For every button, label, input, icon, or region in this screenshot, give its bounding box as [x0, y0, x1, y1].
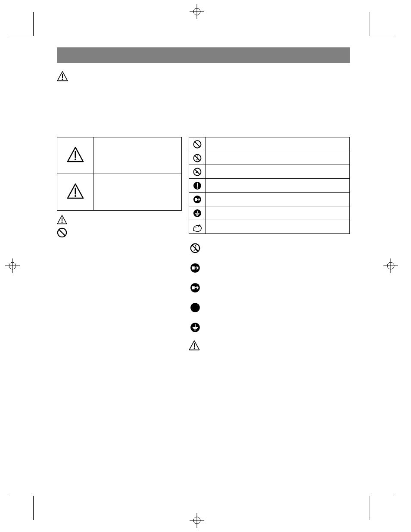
warning-triangle-icon	[67, 183, 84, 200]
safety-page	[57, 47, 350, 353]
severity-icon-cell	[57, 137, 93, 174]
symbol-desc	[206, 193, 350, 206]
mandatory-icon	[193, 181, 202, 190]
table-row	[57, 137, 182, 174]
severity-desc	[93, 137, 182, 174]
warning-triangle-icon	[67, 146, 84, 163]
list-item	[189, 258, 350, 278]
left-notes	[57, 213, 182, 239]
severity-desc	[93, 174, 182, 211]
symbol-desc	[206, 165, 350, 179]
registration-mark-icon	[5, 258, 20, 273]
severity-table	[57, 137, 182, 211]
ground-icon	[193, 209, 202, 218]
unplug-icon	[190, 263, 200, 273]
solid-circle-icon	[190, 302, 200, 313]
no-disassemble-icon	[190, 243, 200, 253]
registration-mark-icon	[190, 4, 204, 19]
list-item	[189, 298, 350, 317]
symbol-desc	[206, 206, 350, 220]
warning-triangle-icon	[57, 215, 67, 225]
severity-icon-cell	[57, 174, 93, 211]
table-row	[189, 206, 350, 220]
crop-mark-bottom-right	[370, 496, 394, 520]
intro-row	[57, 71, 350, 82]
unplug-icon	[190, 283, 200, 293]
warning-subsection	[189, 340, 350, 353]
symbol-desc	[206, 137, 350, 151]
crop-mark-top-right	[370, 12, 394, 36]
crop-mark-top-left	[9, 12, 34, 36]
right-notes-list	[189, 238, 350, 337]
list-item	[189, 238, 350, 258]
injury-icon	[192, 222, 203, 232]
prohibit-icon	[57, 227, 67, 238]
symbol-desc	[206, 220, 350, 234]
symbol-desc	[206, 151, 350, 165]
warning-triangle-icon	[57, 71, 68, 82]
symbol-table	[189, 137, 350, 234]
intro-paragraph-space	[57, 85, 350, 133]
table-row	[57, 174, 182, 211]
ground-icon	[190, 322, 200, 333]
no-disassemble-icon	[193, 154, 202, 162]
list-item	[189, 278, 350, 298]
no-wet-hands-icon	[193, 168, 202, 176]
symbol-desc	[206, 179, 350, 193]
prohibit-icon	[193, 140, 202, 149]
crop-mark-bottom-left	[9, 496, 34, 520]
table-row	[189, 151, 350, 165]
table-row	[189, 137, 350, 151]
table-row	[189, 165, 350, 179]
registration-mark-icon	[383, 258, 398, 273]
header-bar	[57, 47, 350, 63]
table-row	[189, 179, 350, 193]
registration-mark-icon	[190, 513, 204, 528]
table-row	[189, 220, 350, 234]
warning-triangle-icon	[189, 340, 200, 353]
list-item	[189, 317, 350, 337]
unplug-icon	[193, 195, 202, 204]
table-row	[189, 193, 350, 206]
